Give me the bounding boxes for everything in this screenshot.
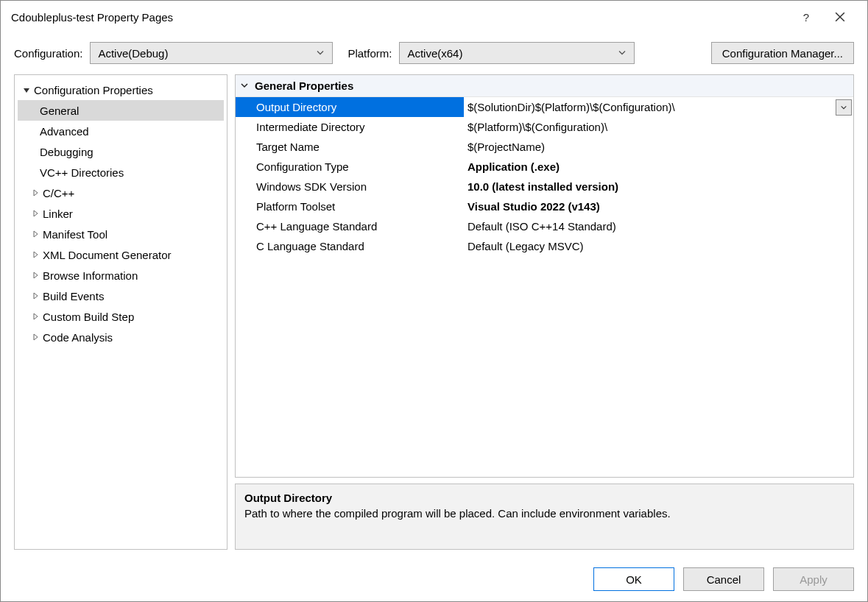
property-value[interactable]: Application (.exe)	[464, 157, 853, 177]
property-row[interactable]: Target Name$(ProjectName)	[236, 137, 853, 157]
platform-dropdown[interactable]: Active(x64)	[399, 42, 635, 64]
property-row[interactable]: Windows SDK Version10.0 (latest installe…	[236, 177, 853, 196]
close-icon	[835, 12, 845, 22]
right-column: General Properties Output Directory$(Sol…	[235, 74, 854, 550]
tree-item[interactable]: Browse Information	[18, 265, 224, 286]
property-name: C++ Language Standard	[236, 216, 464, 236]
configuration-label: Configuration:	[14, 47, 82, 60]
property-name: Configuration Type	[236, 157, 464, 177]
platform-value: Active(x64)	[407, 47, 462, 60]
property-row[interactable]: C++ Language StandardDefault (ISO C++14 …	[236, 216, 853, 236]
property-value[interactable]: $(Platform)\$(Configuration)\	[464, 117, 853, 137]
expander-closed-icon	[31, 272, 40, 279]
cancel-button[interactable]: Cancel	[683, 567, 764, 591]
titlebar: Cdoubleplus-test Property Pages ?	[1, 1, 867, 33]
tree-item[interactable]: General	[18, 100, 224, 121]
property-value[interactable]: Default (ISO C++14 Standard)	[464, 216, 853, 236]
tree-item-label: Code Analysis	[43, 331, 113, 344]
property-row[interactable]: C Language StandardDefault (Legacy MSVC)	[236, 236, 853, 256]
expander-closed-icon	[31, 230, 40, 238]
property-grid[interactable]: General Properties Output Directory$(Sol…	[235, 74, 854, 478]
close-button[interactable]	[823, 5, 857, 29]
tree-item-label: Linker	[43, 208, 73, 220]
property-value[interactable]: Visual Studio 2022 (v143)	[464, 196, 853, 216]
configuration-manager-button[interactable]: Configuration Manager...	[711, 42, 854, 64]
property-value[interactable]: 10.0 (latest installed version)	[464, 177, 853, 196]
window-title: Cdoubleplus-test Property Pages	[11, 11, 789, 24]
tree-item-label: Advanced	[40, 125, 89, 138]
property-name: C Language Standard	[236, 236, 464, 256]
expander-closed-icon	[31, 210, 40, 217]
ok-button[interactable]: OK	[593, 567, 674, 591]
property-name: Windows SDK Version	[236, 177, 464, 196]
property-name: Intermediate Directory	[236, 117, 464, 137]
tree-item-label: XML Document Generator	[43, 249, 172, 261]
property-row[interactable]: Configuration TypeApplication (.exe)	[236, 157, 853, 177]
description-text: Path to where the compiled program will …	[244, 507, 844, 520]
expander-open-icon	[22, 86, 31, 93]
tree-item-label: Custom Build Step	[43, 311, 134, 323]
property-tree[interactable]: Configuration Properties GeneralAdvanced…	[14, 74, 227, 550]
property-row[interactable]: Platform ToolsetVisual Studio 2022 (v143…	[236, 196, 853, 216]
tree-item-label: VC++ Directories	[40, 166, 124, 179]
tree-item[interactable]: Custom Build Step	[18, 306, 224, 327]
property-value[interactable]: Default (Legacy MSVC)	[464, 236, 853, 256]
tree-item-label: Debugging	[40, 146, 93, 158]
property-value[interactable]: $(ProjectName)	[464, 137, 853, 157]
description-panel: Output Directory Path to where the compi…	[235, 484, 854, 550]
tree-item[interactable]: XML Document Generator	[18, 244, 224, 265]
tree-item-label: Manifest Tool	[43, 228, 107, 241]
property-pages-dialog: Cdoubleplus-test Property Pages ? Config…	[0, 0, 868, 602]
tree-item-label: C/C++	[43, 187, 74, 199]
tree-item[interactable]: Manifest Tool	[18, 224, 224, 244]
tree-item[interactable]: Build Events	[18, 286, 224, 306]
property-name: Output Directory	[236, 97, 464, 117]
grid-section-header[interactable]: General Properties	[236, 75, 853, 97]
tree-item[interactable]: VC++ Directories	[18, 162, 224, 183]
tree-item-label: General	[40, 105, 79, 117]
description-title: Output Directory	[244, 492, 844, 504]
property-row[interactable]: Intermediate Directory$(Platform)\$(Conf…	[236, 117, 853, 137]
chevron-down-icon	[618, 47, 627, 60]
tree-item[interactable]: Advanced	[18, 121, 224, 141]
tree-item-label: Build Events	[43, 290, 104, 302]
configuration-dropdown[interactable]: Active(Debug)	[90, 42, 333, 64]
tree-root[interactable]: Configuration Properties	[18, 79, 224, 100]
tree-item[interactable]: Debugging	[18, 141, 224, 162]
tree-item[interactable]: Code Analysis	[18, 327, 224, 347]
expander-closed-icon	[31, 313, 40, 320]
property-value[interactable]: $(SolutionDir)$(Platform)\$(Configuratio…	[464, 97, 853, 117]
tree-item[interactable]: C/C++	[18, 183, 224, 203]
value-dropdown-button[interactable]	[836, 99, 852, 116]
expander-closed-icon	[31, 333, 40, 341]
grid-section-title: General Properties	[255, 79, 353, 92]
expander-closed-icon	[31, 251, 40, 258]
property-row[interactable]: Output Directory$(SolutionDir)$(Platform…	[236, 97, 853, 117]
body: Configuration Properties GeneralAdvanced…	[1, 74, 867, 557]
footer: OK Cancel Apply	[1, 557, 867, 601]
apply-button[interactable]: Apply	[773, 567, 854, 591]
collapse-icon	[240, 79, 249, 92]
platform-label: Platform:	[347, 47, 392, 60]
config-toolbar: Configuration: Active(Debug) Platform: A…	[1, 33, 867, 74]
tree-root-label: Configuration Properties	[34, 84, 153, 96]
configuration-value: Active(Debug)	[98, 47, 168, 60]
chevron-down-icon	[316, 47, 325, 60]
tree-item-label: Browse Information	[43, 269, 138, 282]
property-name: Target Name	[236, 137, 464, 157]
tree-item[interactable]: Linker	[18, 203, 224, 224]
help-button[interactable]: ?	[789, 5, 823, 29]
expander-closed-icon	[31, 189, 40, 196]
expander-closed-icon	[31, 292, 40, 300]
property-name: Platform Toolset	[236, 196, 464, 216]
